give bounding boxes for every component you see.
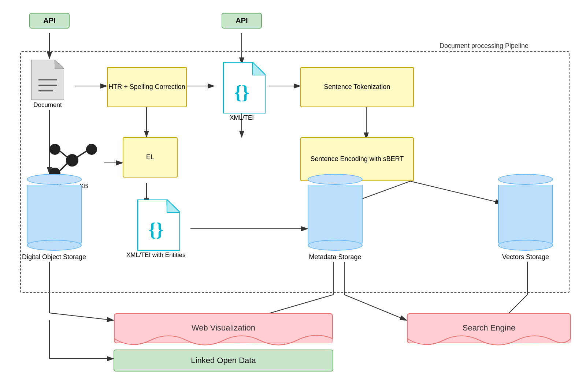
svg-line-41	[60, 164, 67, 171]
search-engine-container: Search Engine	[407, 313, 571, 351]
svg-text:Search Engine: Search Engine	[463, 323, 515, 332]
diagram-container: API API Document processing Pipeline Doc…	[7, 5, 579, 386]
xml-tei-entities-icon: {} XML/TEI with Entities	[126, 199, 186, 259]
svg-point-35	[66, 154, 78, 166]
svg-point-36	[50, 144, 60, 154]
linked-open-data-box: Linked Open Data	[114, 350, 333, 372]
svg-line-17	[49, 313, 114, 320]
htr-box: HTR + Spelling Correction	[107, 67, 187, 107]
vectors-storage-label: Vectors Storage	[502, 253, 549, 261]
digital-object-storage-cylinder: Digital Object Storage	[22, 174, 86, 261]
web-visualization-container: Web Visualization	[114, 313, 333, 351]
api-box-2: API	[222, 13, 262, 29]
svg-marker-33	[253, 62, 266, 75]
sentence-tokenization-box: Sentence Tokenization	[300, 67, 414, 107]
svg-line-21	[344, 295, 407, 320]
api-box-1: API	[29, 13, 70, 29]
svg-text:Web Visualization: Web Visualization	[192, 323, 255, 332]
svg-marker-28	[55, 60, 64, 69]
xml-tei-label-1: XML/TEI	[230, 114, 254, 122]
xml-tei-entities-label: XML/TEI with Entities	[126, 251, 186, 259]
svg-line-40	[77, 151, 86, 157]
xml-tei-icon-1: {} XML/TEI	[218, 62, 266, 122]
el-box: EL	[123, 137, 178, 178]
pipeline-label: Document processing Pipeline	[440, 42, 528, 50]
document-icon: Document	[31, 60, 64, 109]
metadata-storage-label: Metadata Storage	[309, 253, 361, 261]
digital-object-storage-label: Digital Object Storage	[22, 253, 86, 261]
document-label: Document	[33, 101, 62, 109]
svg-text:{}: {}	[148, 219, 163, 240]
svg-marker-43	[167, 199, 180, 212]
vectors-storage-cylinder: Vectors Storage	[498, 174, 553, 261]
pipeline-box	[20, 51, 570, 293]
svg-point-37	[86, 144, 97, 154]
metadata-storage-cylinder: Metadata Storage	[308, 174, 363, 261]
svg-text:{}: {}	[234, 82, 249, 103]
svg-line-39	[60, 151, 67, 157]
